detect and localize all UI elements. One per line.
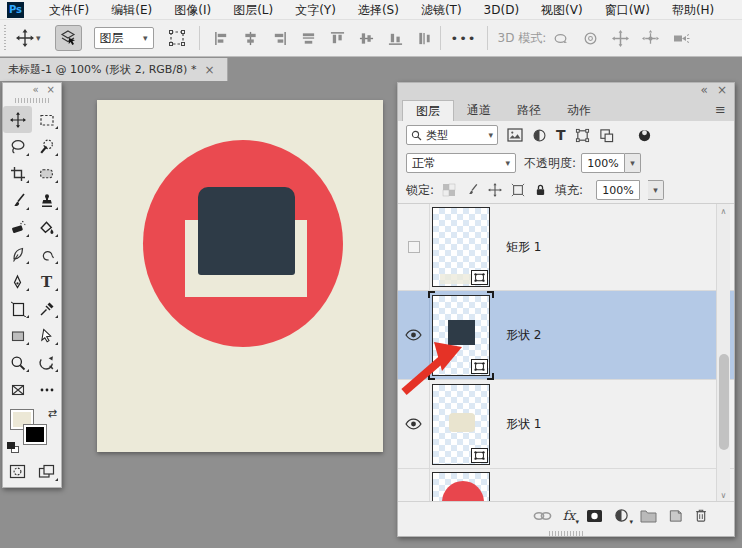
3d-orbit-button[interactable]	[552, 30, 569, 47]
layer-style-fx-button[interactable]: fx ▾	[563, 508, 575, 523]
background-color-swatch[interactable]	[23, 424, 47, 445]
3d-roll-button[interactable]	[582, 30, 599, 47]
tools-panel-grip[interactable]	[15, 98, 49, 103]
tab-paths[interactable]: 路径	[504, 100, 554, 121]
more-options-button[interactable]: •••	[451, 31, 477, 46]
delete-layer-button[interactable]	[694, 508, 708, 523]
layer-list-scrollbar[interactable]: ∧ ∨	[716, 204, 730, 501]
smudge-tool[interactable]	[32, 241, 61, 268]
quick-selection-tool[interactable]	[32, 133, 61, 160]
layer-row-rect1[interactable]: 矩形 1	[398, 204, 734, 291]
dark-rounded-square-shape[interactable]	[198, 187, 295, 275]
clone-stamp-tool[interactable]	[32, 187, 61, 214]
menu-item-3d[interactable]: 3D(D)	[473, 0, 530, 20]
link-layers-button[interactable]	[533, 510, 552, 522]
new-layer-button[interactable]	[668, 508, 683, 523]
layer-thumbnail[interactable]	[432, 207, 490, 287]
default-colors-icon[interactable]	[7, 442, 19, 453]
align-left-edges-button[interactable]	[214, 31, 229, 46]
menu-item-edit[interactable]: 编辑(E)	[100, 0, 163, 20]
document-tab-close-icon[interactable]: ×	[204, 63, 214, 77]
menu-item-type[interactable]: 文字(Y)	[284, 0, 347, 20]
distribute-vertical-button[interactable]	[417, 31, 432, 46]
new-group-button[interactable]	[640, 509, 657, 523]
show-transform-controls-button[interactable]	[164, 25, 191, 51]
auto-select-target-dropdown[interactable]: 图层 ▾	[94, 27, 154, 49]
eye-icon[interactable]	[405, 418, 422, 430]
tab-layers[interactable]: 图层	[402, 100, 454, 121]
opacity-dropdown-button[interactable]: ▾	[625, 153, 641, 173]
path-selection-tool[interactable]	[32, 322, 61, 349]
screen-mode-button[interactable]	[32, 458, 61, 485]
dodge-tool[interactable]	[3, 241, 32, 268]
filter-type-dropdown[interactable]: 类型 ▾	[406, 125, 498, 145]
add-layer-mask-button[interactable]	[586, 509, 603, 523]
layer-thumbnail[interactable]	[432, 472, 490, 501]
layer-row-shape2-selected[interactable]: 形状 2	[398, 291, 734, 380]
layer-row-red-circle-partial[interactable]	[398, 469, 734, 501]
scroll-down-icon[interactable]: ∨	[721, 488, 727, 501]
frame-tool[interactable]	[3, 295, 32, 322]
edit-toolbar-button[interactable]	[32, 376, 61, 403]
visibility-cell[interactable]	[398, 380, 430, 468]
move-tool-preset-chevron-icon[interactable]: ▾	[36, 33, 41, 43]
opacity-input[interactable]: 100%	[581, 153, 625, 173]
filter-adjustment-layers-icon[interactable]	[532, 128, 547, 143]
layers-panel-grip[interactable]	[549, 531, 583, 536]
menu-item-view[interactable]: 视图(V)	[530, 0, 594, 20]
layer-thumbnail[interactable]	[432, 384, 490, 465]
align-horizontal-centers-button[interactable]	[243, 31, 258, 46]
menu-item-layer[interactable]: 图层(L)	[222, 0, 284, 20]
filter-on-toggle[interactable]	[637, 128, 652, 143]
menu-item-window[interactable]: 窗口(W)	[594, 0, 661, 20]
3d-dolly-camera-button[interactable]	[672, 30, 690, 47]
filter-type-layers-icon[interactable]: T	[556, 127, 566, 143]
panel-menu-icon[interactable]: ≡	[715, 102, 726, 117]
options-bar-grip[interactable]	[2, 25, 8, 51]
canvas-document[interactable]	[97, 100, 383, 452]
blend-mode-dropdown[interactable]: 正常 ▾	[406, 153, 516, 173]
menu-item-image[interactable]: 图像(I)	[163, 0, 222, 20]
close-panel-icon[interactable]: ×	[47, 85, 55, 95]
brush-tool[interactable]	[3, 187, 32, 214]
close-panel-icon[interactable]: ×	[717, 83, 727, 97]
rotate-view-tool[interactable]	[32, 349, 61, 376]
align-bottom-edges-button[interactable]	[388, 31, 403, 46]
align-vertical-centers-button[interactable]	[359, 31, 374, 46]
scrollbar-thumb[interactable]	[719, 354, 729, 450]
menu-item-file[interactable]: 文件(F)	[38, 0, 100, 20]
visibility-cell[interactable]	[398, 469, 430, 501]
visibility-cell[interactable]	[398, 204, 430, 290]
document-tab[interactable]: 未标题-1 @ 100% (形状 2, RGB/8) * ×	[0, 58, 228, 81]
3d-pan-button[interactable]	[612, 30, 629, 47]
visibility-cell[interactable]	[398, 291, 430, 379]
menu-item-filter[interactable]: 滤镜(T)	[410, 0, 473, 20]
visibility-off-box[interactable]	[408, 241, 420, 253]
lock-artboard-button[interactable]	[511, 183, 525, 197]
pen-tool[interactable]	[3, 268, 32, 295]
patch-tool[interactable]	[32, 160, 61, 187]
crop-tool[interactable]	[3, 160, 32, 187]
eye-icon[interactable]	[405, 329, 422, 341]
quick-mask-mode-button[interactable]	[3, 458, 32, 485]
zoom-tool[interactable]	[3, 349, 32, 376]
auto-select-toggle-button[interactable]	[55, 25, 82, 51]
crossed-box-tool[interactable]	[3, 376, 32, 403]
lock-all-button[interactable]	[534, 183, 547, 197]
rectangular-marquee-tool[interactable]	[32, 106, 61, 133]
lock-image-pixels-button[interactable]	[465, 183, 479, 197]
lock-position-button[interactable]	[488, 183, 502, 197]
layer-thumbnail-selected[interactable]	[432, 295, 490, 376]
filter-pixel-layers-icon[interactable]	[507, 128, 523, 142]
distribute-horizontal-button[interactable]	[301, 31, 316, 46]
rectangle-shape-tool[interactable]	[3, 322, 32, 349]
layer-row-shape1[interactable]: 形状 1	[398, 380, 734, 469]
filter-shape-layers-icon[interactable]	[575, 128, 590, 143]
add-adjustment-layer-button[interactable]: ▾	[614, 508, 629, 523]
3d-slide-button[interactable]	[642, 30, 659, 47]
scroll-up-icon[interactable]: ∧	[721, 204, 727, 218]
menu-item-select[interactable]: 选择(S)	[347, 0, 410, 20]
filter-smart-objects-icon[interactable]	[599, 128, 614, 143]
align-right-edges-button[interactable]	[272, 31, 287, 46]
menu-item-help[interactable]: 帮助(H)	[661, 0, 725, 20]
